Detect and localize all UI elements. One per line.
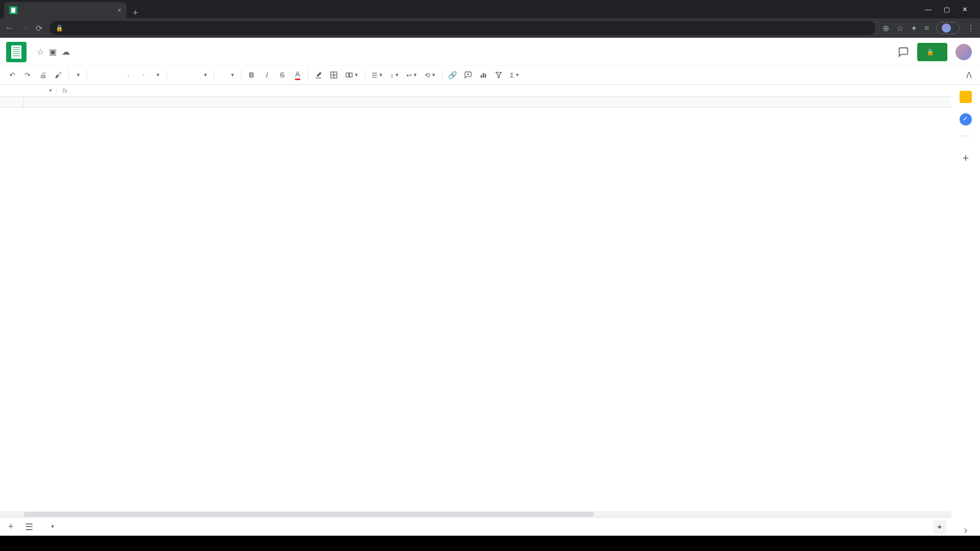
sheet-tab[interactable]: ▼ [41, 521, 61, 533]
minimize-icon[interactable]: — [925, 6, 932, 13]
address-bar[interactable]: 🔒 [50, 21, 875, 35]
lock-small-icon: 🔒 [926, 48, 934, 56]
lock-icon: 🔒 [56, 24, 63, 32]
close-window-icon[interactable]: ✕ [962, 6, 968, 13]
select-all-corner[interactable] [0, 97, 23, 107]
tasks-icon[interactable] [960, 113, 972, 126]
back-icon[interactable]: ← [5, 23, 13, 33]
sheets-favicon-icon [9, 6, 17, 14]
add-addon-icon[interactable]: + [963, 152, 969, 165]
currency-button[interactable] [90, 68, 105, 82]
cloud-status-icon[interactable]: ☁ [62, 47, 70, 57]
browser-tab[interactable]: × [4, 2, 127, 18]
name-box[interactable]: ▼ [0, 88, 57, 93]
keep-icon[interactable] [960, 91, 972, 103]
account-avatar[interactable] [955, 44, 972, 60]
undo-icon[interactable]: ↶ [5, 68, 19, 82]
extensions-icon[interactable]: ✦ [911, 23, 917, 33]
sheets-logo-icon[interactable] [6, 42, 27, 62]
zoom-select[interactable]: ▼ [72, 72, 84, 78]
text-wrap-button[interactable]: ↩▼ [403, 71, 421, 79]
vertical-align-button[interactable]: ↕▼ [387, 71, 402, 79]
chevron-down-icon: ▼ [48, 88, 53, 93]
paint-format-icon[interactable]: 🖌 [51, 68, 65, 82]
insert-chart-icon[interactable] [476, 68, 491, 82]
svg-rect-5 [350, 73, 352, 77]
strikethrough-button[interactable]: S [275, 68, 289, 82]
horizontal-scrollbar[interactable] [0, 511, 951, 517]
insert-comment-icon[interactable] [461, 68, 475, 82]
bookmark-icon[interactable]: ☆ [896, 23, 903, 33]
borders-button[interactable] [327, 68, 341, 82]
reload-icon[interactable]: ⟳ [36, 23, 42, 33]
all-sheets-button[interactable]: ☰ [22, 521, 36, 533]
move-icon[interactable]: ▣ [49, 47, 57, 57]
bold-button[interactable]: B [244, 68, 259, 82]
zoom-indicator-icon[interactable]: ⊕ [883, 23, 889, 33]
text-rotation-button[interactable]: ⟲▼ [422, 71, 439, 79]
insert-link-icon[interactable]: 🔗 [446, 68, 460, 82]
forward-icon[interactable]: → [20, 23, 29, 33]
svg-rect-0 [316, 78, 322, 78]
decrease-decimal-button[interactable]: ↓ [121, 68, 135, 82]
new-tab-button[interactable]: + [127, 8, 144, 18]
maximize-icon[interactable]: ▢ [944, 6, 950, 13]
italic-button[interactable]: I [260, 68, 274, 82]
percent-button[interactable] [106, 68, 120, 82]
filter-icon[interactable] [492, 68, 506, 82]
collapse-toolbar-icon[interactable]: ᐱ [963, 70, 975, 80]
text-color-button[interactable]: A [290, 68, 305, 82]
svg-rect-9 [483, 73, 484, 78]
number-format-select[interactable]: ▼ [152, 72, 163, 78]
comments-icon[interactable] [898, 46, 909, 58]
fill-color-button[interactable] [311, 68, 326, 82]
add-sheet-button[interactable]: + [5, 521, 17, 532]
toolbar: ↶ ↷ 🖨 🖌 ▼ ↓ ↑ ▼ ▼ ▼ B I S A ▼ ☰▼ ↕▼ ↩▼ [0, 65, 980, 85]
svg-rect-8 [481, 75, 482, 78]
increase-decimal-button[interactable]: ↑ [136, 68, 151, 82]
svg-rect-10 [485, 74, 486, 78]
hide-sidepanel-icon[interactable]: › [961, 524, 971, 536]
star-icon[interactable]: ☆ [37, 47, 44, 57]
share-button[interactable]: 🔒 [917, 43, 947, 61]
font-select[interactable]: ▼ [170, 72, 211, 78]
profile-avatar-icon [942, 23, 951, 33]
fx-icon: fx [57, 87, 72, 94]
print-icon[interactable]: 🖨 [36, 68, 50, 82]
profile-chip[interactable] [936, 22, 960, 34]
font-size-select[interactable]: ▼ [217, 72, 238, 78]
horizontal-align-button[interactable]: ☰▼ [369, 71, 386, 79]
menu-icon[interactable]: ⋮ [967, 23, 975, 33]
explore-button[interactable]: ✦ [933, 520, 946, 534]
close-tab-icon[interactable]: × [117, 6, 121, 14]
merge-cells-button[interactable]: ▼ [342, 71, 362, 79]
svg-rect-4 [346, 73, 349, 77]
sheet-menu-icon[interactable]: ▼ [51, 524, 55, 529]
redo-icon[interactable]: ↷ [20, 68, 35, 82]
functions-button[interactable]: Σ▼ [507, 71, 523, 79]
reading-list-icon[interactable]: ≡ [924, 23, 929, 33]
